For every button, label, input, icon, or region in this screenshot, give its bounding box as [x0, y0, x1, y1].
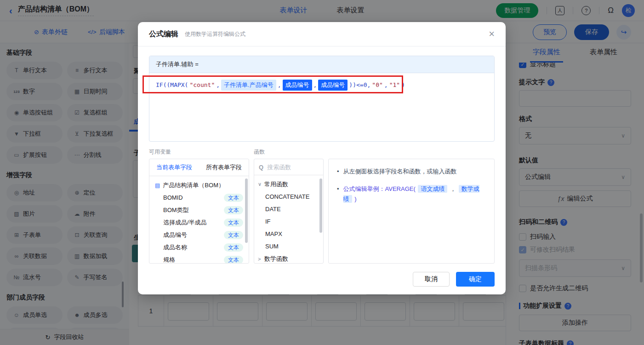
function-search: Q	[254, 159, 323, 175]
variables-scrollbar[interactable]	[245, 178, 248, 243]
variables-tabs: 当前表单字段 所有表单字段	[149, 159, 249, 176]
tab-current-form-fields[interactable]: 当前表单字段	[149, 159, 199, 176]
formula-string: "1"	[389, 80, 400, 90]
tips-panel: • 从左侧面板选择字段名和函数，或输入函数 • 公式编辑举例：AVERAGE( …	[328, 159, 495, 264]
functions-panel: Q ∨常用函数 CONCATENATE DATE IF MAPX SUM >数学…	[254, 159, 324, 264]
field-row[interactable]: BOMID文本	[149, 191, 249, 204]
function-group-math[interactable]: >数学函数	[254, 253, 323, 263]
field-row[interactable]: 规格文本	[149, 253, 249, 263]
function-item[interactable]: SUM	[254, 240, 323, 253]
example-code: 公式编辑举例：AVERAGE(	[343, 185, 416, 192]
modal-header: 公式编辑 使用数学运算符编辑公式 ×	[138, 22, 506, 46]
function-item[interactable]: MAPX	[254, 228, 323, 240]
formula-code-area[interactable]: IF((MAPX("count", 子件清单.产品编号 , 成品编号 , 成品编…	[149, 73, 494, 141]
tab-all-form-fields[interactable]: 所有表单字段	[199, 159, 249, 176]
type-badge: 文本	[224, 206, 243, 214]
function-item[interactable]: CONCATENATE	[254, 190, 323, 203]
variables-list: ▤ 产品结构清单（BOM） BOMID文本 BOM类型文本 选择成品/半成品文本…	[149, 176, 249, 263]
field-chip-subform-product-code[interactable]: 子件清单.产品编号	[221, 80, 276, 91]
functions-list: ∨常用函数 CONCATENATE DATE IF MAPX SUM >数学函数…	[254, 175, 323, 263]
app: ‹ 产品结构清单（BOM） 表单设计 表单设置 数据管理 人 ? Ω 检 ⊘ 表…	[0, 0, 644, 345]
tip-line: • 从左侧面板选择字段名和函数，或输入函数	[337, 167, 486, 177]
example-code: )	[354, 196, 356, 202]
formula-line: IF((MAPX("count", 子件清单.产品编号 , 成品编号 , 成品编…	[156, 80, 488, 91]
formula-string: "0"	[372, 80, 382, 90]
cancel-button[interactable]: 取消	[413, 272, 450, 287]
type-badge: 文本	[224, 231, 243, 239]
field-row[interactable]: BOM类型文本	[149, 204, 249, 216]
available-variables-label: 可用变量	[149, 148, 254, 156]
bullet-icon: •	[337, 167, 339, 177]
type-badge: 文本	[224, 256, 243, 264]
modal-panels: 当前表单字段 所有表单字段 ▤ 产品结构清单（BOM） BOMID文本 BOM类…	[149, 159, 495, 264]
panel-labels: 可用变量 函数	[149, 148, 495, 156]
type-badge: 文本	[224, 218, 243, 227]
formula-code: IF((MAPX(	[156, 80, 188, 90]
field-chip-product-code[interactable]: 成品编号	[283, 80, 312, 91]
search-icon: Q	[259, 164, 263, 171]
functions-scrollbar[interactable]	[319, 178, 322, 233]
confirm-button[interactable]: 确定	[456, 272, 495, 287]
type-badge: 文本	[224, 194, 243, 202]
type-badge: 文本	[224, 243, 243, 252]
formula-string: "count"	[189, 80, 215, 90]
variables-panel: 当前表单字段 所有表单字段 ▤ 产品结构清单（BOM） BOMID文本 BOM类…	[149, 159, 249, 264]
functions-label: 函数	[254, 148, 265, 156]
tip-line-example: • 公式编辑举例：AVERAGE( 语文成绩 ， 数学成绩 )	[337, 184, 486, 204]
formula-code: ))<=0,	[349, 80, 370, 90]
function-item[interactable]: DATE	[254, 203, 323, 215]
field-row[interactable]: 成品名称文本	[149, 241, 249, 253]
function-group-common[interactable]: ∨常用函数	[254, 178, 323, 190]
modal-subtitle: 使用数学运算符编辑公式	[185, 30, 245, 38]
example-chip-chinese-score: 语文成绩	[418, 185, 447, 193]
formula-editor: 子件清单.辅助 = IF((MAPX("count", 子件清单.产品编号 , …	[149, 56, 495, 142]
formula-edit-modal: 公式编辑 使用数学运算符编辑公式 × 子件清单.辅助 = IF((MAPX("c…	[138, 22, 506, 294]
modal-footer: 取消 确定	[149, 272, 495, 287]
field-row[interactable]: 选择成品/半成品文本	[149, 216, 249, 229]
field-chip-product-code[interactable]: 成品编号	[318, 80, 348, 91]
chevron-right-icon: >	[258, 256, 264, 262]
formula-target: 子件清单.辅助 =	[149, 56, 494, 73]
function-item[interactable]: IF	[254, 215, 323, 228]
document-icon: ▤	[155, 182, 160, 189]
modal-title: 公式编辑	[149, 29, 178, 39]
bullet-icon: •	[337, 184, 339, 194]
form-node[interactable]: ▤ 产品结构清单（BOM）	[149, 179, 249, 191]
close-icon[interactable]: ×	[489, 29, 495, 39]
formula-code: )	[401, 80, 405, 90]
function-search-input[interactable]	[266, 163, 319, 171]
chevron-down-icon: ∨	[258, 181, 264, 187]
field-row[interactable]: 成品编号文本	[149, 229, 249, 241]
